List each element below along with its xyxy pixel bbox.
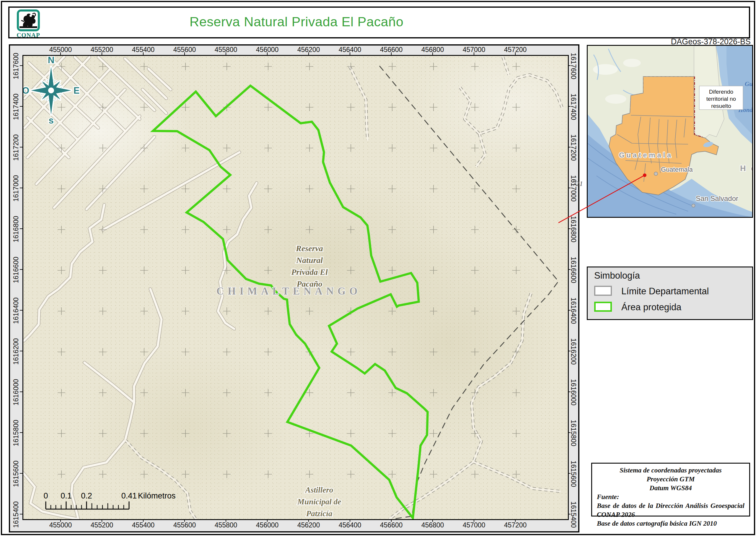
map-canvas: Reserva Natural Privada El Pacaño CHIMAL… bbox=[22, 55, 569, 520]
grid-tick bbox=[102, 519, 102, 522]
inset-honduras-label: H o n d u r a s bbox=[740, 164, 752, 173]
grid-tick bbox=[568, 391, 571, 392]
map-document-page: CONAP Reserva Natural Privada El Pacaño … bbox=[0, 0, 756, 536]
protected-area-boundary bbox=[153, 86, 427, 518]
svg-text:resuelto: resuelto bbox=[711, 103, 731, 109]
grid-tick bbox=[568, 514, 571, 515]
northing-label-right: 1616000 bbox=[569, 376, 577, 409]
compass-e: E bbox=[74, 85, 80, 96]
easting-label-bottom: 456000 bbox=[251, 521, 284, 529]
easting-label-bottom: 455400 bbox=[127, 521, 159, 529]
svg-text:Kilómetros: Kilómetros bbox=[138, 491, 176, 500]
scale-bar: 0 0.1 0.2 0.41 Kilómetros bbox=[44, 491, 175, 509]
svg-text:Municipal de: Municipal de bbox=[297, 497, 341, 506]
map-graphics: Reserva Natural Privada El Pacaño CHIMAL… bbox=[22, 55, 569, 520]
grid-tick bbox=[20, 228, 22, 229]
svg-text:Diferendo: Diferendo bbox=[709, 89, 733, 95]
grid-tick bbox=[226, 519, 226, 522]
northing-label-left: 1617400 bbox=[12, 91, 20, 123]
grid-tick bbox=[432, 519, 433, 522]
conap-logo-text: CONAP bbox=[15, 32, 42, 39]
grid-tick bbox=[391, 519, 392, 522]
fuente-label: Fuente: bbox=[597, 492, 744, 501]
grid-tick bbox=[60, 52, 61, 55]
northing-label-right: 1615400 bbox=[569, 498, 577, 531]
svg-text:territorial no: territorial no bbox=[707, 96, 736, 102]
grid-crosses bbox=[58, 63, 520, 478]
compass-n: N bbox=[48, 55, 54, 65]
territorial-dispute-annotation: Diferendo territorial no resuelto bbox=[699, 86, 743, 110]
protected-area-swatch bbox=[594, 302, 612, 312]
easting-label-bottom: 455200 bbox=[86, 521, 118, 529]
grid-tick bbox=[267, 519, 268, 522]
northing-label-left: 1616400 bbox=[12, 295, 20, 327]
grid-tick bbox=[143, 52, 143, 55]
grid-tick bbox=[20, 391, 22, 392]
departmental-limit-swatch bbox=[594, 286, 612, 296]
projection-info-box: Sistema de coordenadas proyectadas Proye… bbox=[591, 463, 750, 517]
easting-label-bottom: 455000 bbox=[44, 521, 77, 529]
easting-label-bottom: 457200 bbox=[499, 521, 532, 529]
grid-tick bbox=[20, 106, 22, 107]
grid-tick bbox=[474, 52, 474, 55]
grid-tick bbox=[20, 147, 22, 148]
inset-san-salvador-label: San Salvador bbox=[696, 194, 738, 202]
department-name-label: CHIMALTENANGO bbox=[216, 285, 362, 297]
grid-tick bbox=[568, 310, 571, 311]
source-line-2: Base de datos cartografía básica IGN 201… bbox=[597, 519, 744, 528]
inset-capital-label: Guatemala bbox=[661, 166, 693, 173]
northing-label-left: 1616600 bbox=[12, 254, 20, 286]
northing-label-left: 1616800 bbox=[12, 213, 20, 246]
northing-label-right: 1617200 bbox=[569, 131, 577, 164]
grid-tick bbox=[568, 65, 571, 66]
easting-label-bottom: 456400 bbox=[334, 521, 366, 529]
grid-tick bbox=[184, 52, 185, 55]
sea-label-1: Gu bbox=[745, 81, 752, 87]
svg-text:Natural: Natural bbox=[296, 255, 323, 265]
grid-tick bbox=[568, 269, 571, 270]
grid-tick bbox=[350, 519, 350, 522]
northing-label-left: 1615400 bbox=[12, 498, 20, 531]
easting-label-bottom: 456600 bbox=[375, 521, 408, 529]
grid-tick bbox=[143, 519, 143, 522]
easting-label-bottom: 455600 bbox=[168, 521, 201, 529]
grid-tick bbox=[391, 52, 392, 55]
grid-tick bbox=[20, 310, 22, 311]
inset-country-label: G u a t e m a l a bbox=[619, 151, 671, 159]
easting-label-bottom: 456200 bbox=[292, 521, 325, 529]
grid-tick bbox=[20, 187, 22, 188]
northing-label-right: 1617000 bbox=[569, 172, 577, 205]
grid-tick bbox=[20, 65, 22, 66]
svg-text:Privada El: Privada El bbox=[291, 267, 328, 277]
northing-label-right: 1617400 bbox=[569, 91, 577, 123]
grid-tick bbox=[20, 432, 22, 433]
northing-label-left: 1617600 bbox=[12, 50, 20, 83]
grid-tick bbox=[568, 187, 571, 188]
grid-tick bbox=[515, 52, 516, 55]
easting-label-bottom: 456800 bbox=[416, 521, 449, 529]
svg-text:Astillero: Astillero bbox=[305, 486, 333, 494]
northing-label-right: 1616800 bbox=[569, 213, 577, 246]
northing-label-left: 1617200 bbox=[12, 131, 20, 164]
compass-o: O bbox=[22, 85, 29, 96]
easting-label-bottom: 457000 bbox=[458, 521, 490, 529]
grid-tick bbox=[432, 52, 433, 55]
inset-location-map: G u a t e m a l a Guatemala San Salvador… bbox=[587, 45, 753, 218]
northing-label-right: 1616400 bbox=[569, 295, 577, 327]
grid-tick bbox=[350, 52, 350, 55]
header: CONAP Reserva Natural Privada El Pacaño bbox=[8, 7, 750, 38]
grid-tick bbox=[568, 351, 571, 351]
northing-label-right: 1617600 bbox=[569, 50, 577, 83]
grid-tick bbox=[20, 514, 22, 515]
easting-label-bottom: 455800 bbox=[210, 521, 242, 529]
astillero-label: Astillero Municipal de Patzicía bbox=[297, 486, 341, 518]
grid-tick bbox=[20, 351, 22, 351]
legend: Simbología Límite Departamental Área pro… bbox=[587, 267, 753, 320]
grid-tick bbox=[568, 106, 571, 107]
grid-tick bbox=[267, 52, 268, 55]
departmental-boundary-line bbox=[379, 66, 558, 519]
compass-s: s bbox=[48, 115, 53, 125]
grid-tick bbox=[60, 519, 61, 522]
reserve-name-label: Reserva Natural Privada El Pacaño bbox=[291, 244, 328, 288]
northing-label-right: 1615800 bbox=[569, 417, 577, 450]
